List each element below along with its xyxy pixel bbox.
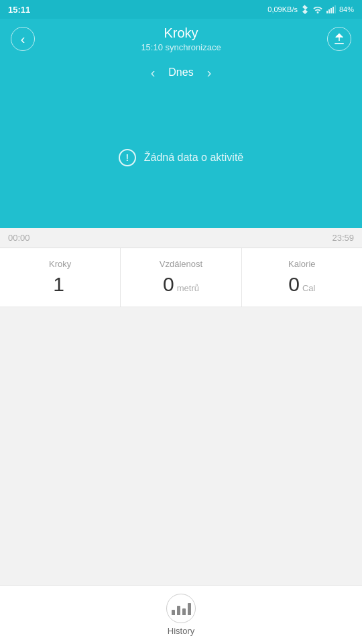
sync-time: 15:10 synchronizace (35, 42, 327, 52)
time-axis: 00:00 23:59 (0, 228, 362, 248)
svg-rect-1 (328, 9, 330, 13)
wifi-icon (312, 5, 323, 13)
time-start: 00:00 (8, 233, 30, 243)
status-right: 0,09KB/s 84% (267, 5, 354, 14)
share-icon (333, 33, 345, 45)
main-content (0, 307, 362, 467)
back-icon: ‹ (21, 32, 25, 46)
time-end: 23:59 (332, 233, 354, 243)
svg-rect-0 (326, 11, 328, 13)
header: ‹ Kroky 15:10 synchronizace (0, 19, 362, 62)
stat-steps-label: Kroky (49, 259, 71, 269)
next-icon: › (207, 65, 212, 80)
svg-rect-3 (333, 7, 334, 13)
stat-calories-value: 0 (288, 273, 300, 296)
share-button[interactable] (327, 27, 351, 51)
date-label: Dnes (168, 66, 193, 78)
status-time: 15:11 (8, 5, 30, 15)
stats-row: Kroky 1 Vzdálenost 0 metrů Kalorie 0 Cal (0, 248, 362, 307)
svg-rect-4 (335, 5, 336, 13)
date-nav: ‹ Dnes › (0, 62, 362, 87)
stat-distance-label: Vzdálenost (160, 259, 202, 269)
prev-date-button[interactable]: ‹ (151, 66, 156, 79)
no-data-text: Žádná data o aktivitě (144, 152, 244, 164)
network-speed: 0,09KB/s (267, 5, 298, 13)
stat-calories: Kalorie 0 Cal (242, 248, 362, 307)
battery-level: 84% (339, 5, 354, 13)
stat-distance-unit: metrů (177, 283, 199, 293)
stat-steps-value: 1 (53, 273, 64, 296)
history-icon (172, 602, 191, 615)
no-data-icon: ! (119, 149, 136, 166)
history-button[interactable] (166, 594, 196, 623)
bottom-nav: History (0, 585, 362, 644)
svg-rect-2 (330, 8, 332, 13)
bluetooth-icon (301, 5, 309, 14)
back-button[interactable]: ‹ (11, 27, 35, 51)
stat-calories-label: Kalorie (288, 259, 315, 269)
stat-distance: Vzdálenost 0 metrů (121, 248, 241, 307)
signal-icon (326, 5, 336, 13)
history-label: History (168, 626, 194, 636)
prev-icon: ‹ (151, 65, 156, 80)
stat-calories-unit: Cal (302, 283, 316, 293)
page-title: Kroky (35, 25, 327, 41)
chart-area: ! Žádná data o aktivitě (0, 87, 362, 228)
status-bar: 15:11 0,09KB/s 84% (0, 0, 362, 19)
stat-distance-value: 0 (163, 273, 174, 296)
header-center: Kroky 15:10 synchronizace (35, 25, 327, 52)
next-date-button[interactable]: › (207, 66, 212, 79)
stat-steps: Kroky 1 (0, 248, 121, 307)
